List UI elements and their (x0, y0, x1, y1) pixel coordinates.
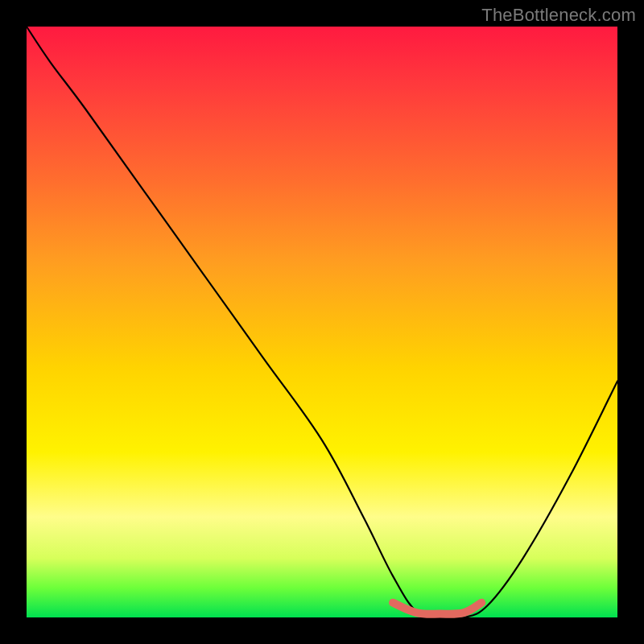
watermark-text: TheBottleneck.com (481, 5, 636, 26)
curve-layer (27, 27, 617, 617)
optimal-range-highlight (393, 603, 481, 614)
plot-area (27, 27, 617, 617)
bottleneck-curve (27, 27, 617, 619)
chart-frame: TheBottleneck.com (0, 0, 644, 644)
